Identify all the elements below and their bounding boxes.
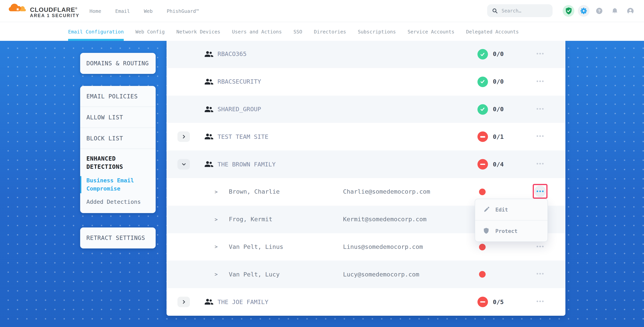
row-name: SHARED_GROUP bbox=[218, 95, 261, 123]
search-input[interactable] bbox=[501, 7, 547, 14]
sidebar-card: DOMAINS & ROUTING bbox=[80, 53, 156, 74]
status-badge bbox=[477, 77, 488, 87]
sidebar-item-allow-list[interactable]: ALLOW LIST bbox=[80, 107, 156, 128]
tab-web-config[interactable]: Web Config bbox=[136, 22, 165, 41]
status-badge bbox=[477, 104, 488, 114]
top-header: CLOUDFLARE® AREA 1 SECURITY HomeEmailWeb… bbox=[0, 0, 644, 22]
ellipsis-icon bbox=[536, 163, 544, 164]
sidebar-item-business-email-compromise[interactable]: Business Email Compromise bbox=[80, 176, 156, 193]
account-icon[interactable] bbox=[627, 7, 634, 14]
row-name: RBACSECURITY bbox=[218, 68, 261, 96]
user-caret-icon: > bbox=[214, 261, 218, 288]
expand-chevron-button[interactable] bbox=[178, 159, 190, 170]
cloudflare-logo[interactable]: CLOUDFLARE® AREA 1 SECURITY bbox=[8, 1, 80, 18]
menu-item-edit[interactable]: Edit bbox=[475, 199, 548, 221]
row-actions-button[interactable] bbox=[533, 101, 548, 116]
bell-icon[interactable] bbox=[611, 7, 618, 14]
row-email: Lucy@somedemocorp.com bbox=[343, 261, 419, 288]
brand-subtitle: AREA 1 SECURITY bbox=[30, 13, 80, 18]
expand-chevron-button[interactable] bbox=[178, 297, 190, 307]
sidebar-item-retract-settings[interactable]: RETRACT SETTINGS bbox=[80, 228, 156, 249]
group-icon bbox=[205, 106, 213, 112]
group-icon bbox=[205, 299, 213, 305]
tab-directories[interactable]: Directories bbox=[314, 22, 346, 41]
ellipsis-icon bbox=[536, 246, 544, 247]
user-caret-icon: > bbox=[214, 233, 218, 261]
ellipsis-icon bbox=[536, 273, 544, 275]
top-nav: HomeEmailWebPhishGuard™ bbox=[90, 0, 199, 22]
sidebar: DOMAINS & ROUTINGEMAIL POLICIESALLOW LIS… bbox=[80, 0, 156, 327]
row-name: RBACO365 bbox=[218, 40, 246, 68]
row-name: Brown, Charlie bbox=[229, 178, 280, 206]
tab-users-and-actions[interactable]: Users and Actions bbox=[232, 22, 282, 41]
nav-link-phishguard[interactable]: PhishGuard™ bbox=[167, 8, 199, 14]
group-row-test-team-site[interactable]: TEST TEAM SITE 0/1 bbox=[166, 123, 565, 151]
row-actions-button[interactable] bbox=[533, 74, 548, 89]
brand-text: CLOUDFLARE® AREA 1 SECURITY bbox=[30, 1, 80, 18]
ellipsis-icon bbox=[536, 301, 544, 302]
status-badge bbox=[477, 132, 488, 142]
minus-glyph bbox=[480, 301, 485, 303]
shield-check-icon[interactable] bbox=[563, 5, 574, 17]
help-icon[interactable]: ? bbox=[596, 8, 602, 14]
gear-icon[interactable] bbox=[578, 5, 590, 17]
tab-email-configuration[interactable]: Email Configuration bbox=[68, 22, 124, 41]
ellipsis-icon bbox=[536, 108, 544, 109]
brand-name: CLOUDFLARE bbox=[30, 6, 75, 13]
minus-glyph bbox=[480, 136, 485, 137]
group-row-rbacsecurity[interactable]: RBACSECURITY 0/0 bbox=[166, 68, 565, 96]
ellipsis-icon bbox=[536, 135, 544, 137]
sidebar-item-enhanced-detections[interactable]: ENHANCED DETECTIONS bbox=[80, 149, 156, 172]
row-name: Van Pelt, Linus bbox=[229, 233, 283, 261]
sidebar-item-domains-routing[interactable]: DOMAINS & ROUTING bbox=[80, 53, 156, 74]
status-badge bbox=[477, 159, 488, 170]
sidebar-item-block-list[interactable]: BLOCK LIST bbox=[80, 128, 156, 149]
row-actions-button[interactable] bbox=[533, 267, 548, 281]
nav-link-web[interactable]: Web bbox=[144, 8, 153, 14]
protection-count: 0/5 bbox=[493, 288, 504, 316]
row-actions-button[interactable] bbox=[533, 46, 548, 61]
group-row-shared-group[interactable]: SHARED_GROUP 0/0 bbox=[166, 95, 565, 123]
row-actions-button[interactable] bbox=[533, 129, 548, 144]
protection-count: 0/1 bbox=[493, 123, 504, 151]
tab-service-accounts[interactable]: Service Accounts bbox=[408, 22, 454, 41]
row-email: Kermit@somedemocorp.com bbox=[343, 206, 426, 233]
nav-link-home[interactable]: Home bbox=[90, 8, 101, 14]
protection-count: 0/0 bbox=[493, 95, 504, 123]
row-actions-button[interactable] bbox=[533, 294, 548, 309]
ellipsis-icon bbox=[536, 53, 544, 54]
minus-glyph bbox=[480, 164, 485, 165]
row-name: TEST TEAM SITE bbox=[218, 123, 268, 151]
status-badge bbox=[477, 297, 488, 307]
row-actions-button[interactable] bbox=[533, 184, 548, 199]
expand-chevron-button[interactable] bbox=[178, 132, 190, 142]
row-actions-button[interactable] bbox=[533, 156, 548, 171]
group-row-the-brown-family[interactable]: THE BROWN FAMILY 0/4 bbox=[166, 150, 565, 178]
tab-subscriptions[interactable]: Subscriptions bbox=[358, 22, 396, 41]
tab-delegated-accounts[interactable]: Delegated Accounts bbox=[466, 22, 519, 41]
row-email: Linus@somedemocorp.com bbox=[343, 233, 423, 261]
tab-sso[interactable]: SSO bbox=[294, 22, 302, 41]
row-name: Van Pelt, Lucy bbox=[229, 261, 280, 288]
app-window: CLOUDFLARE® AREA 1 SECURITY HomeEmailWeb… bbox=[0, 0, 644, 327]
group-row-the-joe-family[interactable]: THE JOE FAMILY 0/5 bbox=[166, 288, 565, 316]
shield-icon bbox=[483, 228, 490, 234]
group-row-rbaco365[interactable]: RBACO365 0/0 bbox=[166, 40, 565, 68]
groups-table: RBACO365 0/0 RBACSECURITY 0/0 bbox=[166, 40, 565, 316]
row-email: Charlie@somedemocorp.com bbox=[343, 178, 430, 206]
nav-link-email[interactable]: Email bbox=[115, 8, 130, 14]
status-dot bbox=[479, 244, 486, 250]
section-tabs: Email ConfigurationWeb ConfigNetwork Dev… bbox=[0, 22, 644, 41]
tab-network-devices[interactable]: Network Devices bbox=[176, 22, 220, 41]
group-icon bbox=[205, 134, 213, 140]
search-box[interactable] bbox=[487, 4, 552, 17]
cloudflare-cloud-icon bbox=[8, 1, 27, 12]
row-name: THE JOE FAMILY bbox=[218, 288, 268, 316]
protection-count: 0/0 bbox=[493, 68, 504, 96]
sidebar-item-added-detections[interactable]: Added Detections bbox=[80, 198, 156, 213]
ellipsis-icon bbox=[536, 80, 544, 82]
sidebar-item-email-policies[interactable]: EMAIL POLICIES bbox=[80, 86, 156, 107]
menu-item-protect[interactable]: Protect bbox=[475, 221, 548, 242]
protection-count: 0/0 bbox=[493, 40, 504, 68]
user-row-van-pelt-lucy[interactable]: > Van Pelt, Lucy Lucy@somedemocorp.com bbox=[166, 261, 565, 288]
